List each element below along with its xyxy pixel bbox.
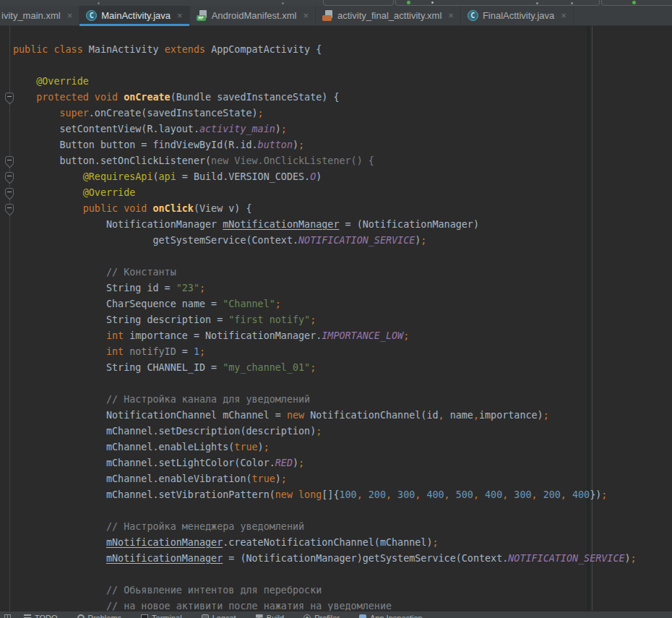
tab-close-icon[interactable]: × <box>448 10 454 21</box>
code-line[interactable]: mChannel.setVibrationPattern(new long[]{… <box>0 487 672 503</box>
fold-marker-icon[interactable] <box>5 93 14 101</box>
status-bar-items: TODOProblemsTerminalLogcatBuildProfilerA… <box>24 614 442 618</box>
code-token <box>13 187 83 198</box>
code-token <box>13 521 106 532</box>
toolbar-run-config-button[interactable] <box>395 0 600 6</box>
code-line[interactable]: String CHANNEL_ID = "my_channel_01"; <box>0 360 672 376</box>
code-token: int <box>106 346 124 357</box>
code-line[interactable]: mNotificationManager = (NotificationMana… <box>0 551 672 567</box>
code-line[interactable]: mChannel.setLightColor(Color.RED); <box>0 455 672 471</box>
tab-close-icon[interactable]: × <box>177 10 183 21</box>
code-line[interactable] <box>0 503 672 519</box>
code-token: ; <box>310 362 316 373</box>
code-line[interactable]: mChannel.setDescription(description); <box>0 424 672 439</box>
code-token: setContentView(R.layout. <box>13 124 199 134</box>
fold-marker-icon[interactable] <box>5 156 14 165</box>
code-line[interactable]: @Override <box>0 74 672 90</box>
code-token: mChannel.setLightColor(Color. <box>13 458 275 468</box>
code-token: onCreate <box>124 92 171 103</box>
code-line[interactable]: mChannel.enableLights(true); <box>0 439 672 455</box>
code-line[interactable]: getSystemService(Context.NOTIFICATION_SE… <box>0 233 672 249</box>
code-token: ; <box>421 235 426 246</box>
code-line[interactable]: @RequiresApi(api = Build.VERSION_CODES.O… <box>0 169 672 185</box>
statusbar-item-problems[interactable]: Problems <box>77 614 121 618</box>
code-token: @Override <box>83 187 136 198</box>
code-line[interactable]: // на новое активити после нажатия на ув… <box>0 598 672 611</box>
code-line[interactable]: super.onCreate(savedInstanceState); <box>0 106 672 121</box>
code-line[interactable] <box>0 249 672 265</box>
toolbar-actions-button[interactable] <box>601 0 672 6</box>
code-token: ; <box>199 283 205 293</box>
code-token: ; <box>543 410 549 421</box>
code-line[interactable]: setContentView(R.layout.activity_main); <box>0 121 672 137</box>
code-line[interactable]: String id = "23"; <box>0 280 672 296</box>
fold-marker-icon[interactable] <box>5 172 14 181</box>
tab-androidmanifest-xml[interactable]: MFAndroidManifest.xml× <box>190 6 316 25</box>
statusbar-item-profiler[interactable]: Profiler <box>303 614 340 618</box>
code-line[interactable]: mNotificationManager.createNotificationC… <box>0 535 672 551</box>
tab-finalacttivity-java[interactable]: CFinalActtivity.java× <box>461 6 574 25</box>
code-line[interactable]: int notifyID = 1; <box>0 344 672 360</box>
code-token: "my_channel_01" <box>223 362 310 373</box>
code-line[interactable]: mChannel.enableVibration(true); <box>0 471 672 487</box>
statusbar-item-terminal[interactable]: Terminal <box>141 614 182 618</box>
code-token: = Build.VERSION_CODES. <box>176 171 310 182</box>
code-line[interactable] <box>0 376 672 392</box>
tab-close-icon[interactable]: × <box>561 10 567 21</box>
tab-activity-final-acttivity-xml[interactable]: activity_final_acttivity.xml× <box>316 6 461 25</box>
code-token: notifyID <box>129 346 176 357</box>
statusbar-item-label: App Inspection <box>370 614 423 618</box>
fold-marker-icon[interactable] <box>5 204 14 213</box>
tab-label: ivity_main.xml <box>1 10 61 21</box>
code-editor[interactable]: public class MainActivity extends AppCom… <box>0 26 672 611</box>
code-token: }) <box>590 489 601 500</box>
code-line[interactable]: // Обьявление интентов для переброски <box>0 583 672 598</box>
code-token: super <box>60 108 89 119</box>
tab-close-icon[interactable]: × <box>67 10 73 21</box>
code-line[interactable]: NotificationManager mNotificationManager… <box>0 217 672 233</box>
code-line[interactable]: button.setOnClickListener(new View.OnCli… <box>0 153 672 169</box>
code-token <box>13 171 83 182</box>
code-line[interactable]: protected void onCreate(Bundle savedInst… <box>0 90 672 106</box>
code-line[interactable]: public void onClick(View v) { <box>0 201 672 217</box>
code-line[interactable]: // Константы <box>0 265 672 280</box>
code-token: ; <box>310 314 316 325</box>
tab-label: FinalActtivity.java <box>483 10 554 21</box>
tab-ivity-main-xml[interactable]: ivity_main.xml× <box>0 6 79 25</box>
code-line[interactable] <box>0 58 672 74</box>
code-token: .createNotificationChannel(mChannel) <box>223 537 432 548</box>
statusbar-item-app-inspection[interactable]: App Inspection <box>359 614 423 618</box>
tab-mainactivity-java[interactable]: CMainActivity.java× <box>79 6 189 25</box>
code-token <box>13 553 106 564</box>
code-line[interactable]: String description = "first notify"; <box>0 312 672 328</box>
code-line[interactable]: // Настройка менеджера уведомлений <box>0 519 672 535</box>
fold-marker-icon[interactable] <box>5 188 14 197</box>
editor-tab-bar: ivity_main.xml×CMainActivity.java×MFAndr… <box>0 6 672 26</box>
code-line[interactable]: public class MainActivity extends AppCom… <box>0 42 672 58</box>
tool-window-toggle-icon[interactable] <box>4 614 11 618</box>
statusbar-item-build[interactable]: Build <box>256 614 284 618</box>
code-content[interactable]: public class MainActivity extends AppCom… <box>0 42 672 611</box>
code-line[interactable]: @Override <box>0 185 672 201</box>
code-token: ; <box>281 124 287 134</box>
code-line[interactable]: CharSequence name = "Channel"; <box>0 296 672 312</box>
code-token: // Настройка канала для уведомлений <box>106 394 310 405</box>
tab-close-icon[interactable]: × <box>303 10 309 21</box>
toolbar-device-selector-button[interactable] <box>323 0 394 6</box>
code-line[interactable]: NotificationChannel mChannel = new Notif… <box>0 408 672 424</box>
code-line[interactable]: int importance = NotificationManager.IMP… <box>0 328 672 344</box>
code-token: ) <box>293 140 298 150</box>
statusbar-item-todo[interactable]: TODO <box>24 614 58 618</box>
code-token: name <box>444 410 473 421</box>
statusbar-item-label: Build <box>267 614 284 618</box>
toolbar-dot-icon <box>431 1 434 4</box>
code-token: ; <box>258 108 264 119</box>
code-token: String description = <box>13 314 228 325</box>
code-token: ) <box>316 171 322 182</box>
code-token: Button button = findViewById(R.id. <box>13 140 258 150</box>
code-token <box>13 330 106 341</box>
code-line[interactable]: // Настройка канала для уведомлений <box>0 392 672 408</box>
statusbar-item-logcat[interactable]: Logcat <box>202 614 236 618</box>
code-line[interactable]: Button button = findViewById(R.id.button… <box>0 137 672 153</box>
code-line[interactable] <box>0 567 672 583</box>
